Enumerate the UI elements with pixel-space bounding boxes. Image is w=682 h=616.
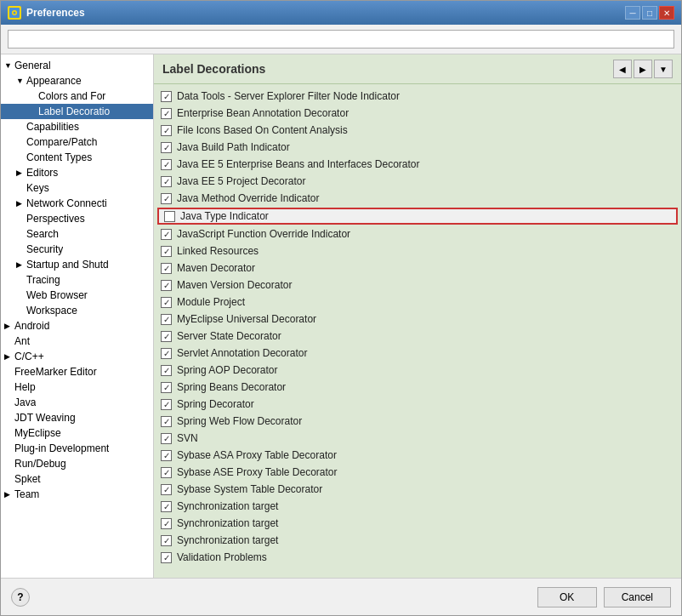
list-item-spring-beans[interactable]: Spring Beans Decorator	[154, 379, 681, 396]
sidebar-item-startup-shutd[interactable]: ▶Startup and Shutd	[1, 257, 153, 272]
checkbox-spring-decorator[interactable]	[161, 399, 172, 410]
checkbox-enterprise-bean[interactable]	[161, 108, 172, 119]
checkbox-sybase-asa[interactable]	[161, 450, 172, 461]
sidebar-item-keys[interactable]: Keys	[1, 180, 153, 196]
sidebar-item-general[interactable]: ▼General	[1, 58, 153, 73]
help-button[interactable]: ?	[11, 588, 30, 607]
checkbox-java-ee5-beans[interactable]	[161, 159, 172, 170]
list-item-java-type-indicator[interactable]: Java Type Indicator	[157, 208, 678, 225]
checkbox-maven-decorator[interactable]	[161, 263, 172, 274]
checkbox-validation-problems[interactable]	[161, 552, 172, 563]
sidebar-item-run-debug[interactable]: Run/Debug	[1, 456, 153, 471]
list-item-java-ee5-project[interactable]: Java EE 5 Project Decorator	[154, 173, 681, 190]
back-button[interactable]: ◀	[613, 60, 632, 78]
list-item-sybase-system[interactable]: Sybase System Table Decorator	[154, 481, 681, 498]
list-item-file-icons[interactable]: File Icons Based On Content Analysis	[154, 122, 681, 139]
list-item-java-method-override[interactable]: Java Method Override Indicator	[154, 190, 681, 207]
sidebar-item-plugin-development[interactable]: Plug-in Development	[1, 441, 153, 456]
sidebar-item-help[interactable]: Help	[1, 379, 153, 395]
sidebar-item-label: Startup and Shutd	[26, 259, 109, 271]
search-input[interactable]	[8, 30, 674, 48]
sidebar-item-appearance[interactable]: ▼Appearance	[1, 73, 153, 88]
sidebar-item-c-cpp[interactable]: ▶C/C++	[1, 349, 153, 364]
checkbox-sybase-ase[interactable]	[161, 467, 172, 478]
checkbox-java-type-indicator[interactable]	[164, 211, 175, 222]
sidebar-item-capabilities[interactable]: Capabilities	[1, 119, 153, 134]
sidebar-item-search[interactable]: Search	[1, 226, 153, 242]
sidebar-item-network-connecti[interactable]: ▶Network Connecti	[1, 196, 153, 211]
maximize-button[interactable]: □	[642, 6, 657, 20]
sidebar-item-jdt-weaving[interactable]: JDT Weaving	[1, 410, 153, 425]
sidebar-item-spket[interactable]: Spket	[1, 471, 153, 487]
checkbox-sync-target-2[interactable]	[161, 518, 172, 529]
sidebar-item-content-types[interactable]: Content Types	[1, 150, 153, 165]
list-item-spring-decorator[interactable]: Spring Decorator	[154, 396, 681, 413]
list-item-module-project[interactable]: Module Project	[154, 294, 681, 311]
checkbox-java-ee5-project[interactable]	[161, 176, 172, 187]
sidebar-item-web-browser[interactable]: Web Browser	[1, 288, 153, 303]
cancel-button[interactable]: Cancel	[604, 587, 671, 607]
checkbox-javascript-function[interactable]	[161, 229, 172, 240]
minimize-button[interactable]: ─	[625, 6, 640, 20]
list-item-sybase-asa[interactable]: Sybase ASA Proxy Table Decorator	[154, 447, 681, 464]
sidebar-item-android[interactable]: ▶Android	[1, 318, 153, 334]
checkbox-java-build-path[interactable]	[161, 142, 172, 153]
list-item-java-ee5-beans[interactable]: Java EE 5 Enterprise Beans and Interface…	[154, 156, 681, 173]
checkbox-spring-aop[interactable]	[161, 365, 172, 376]
checkbox-maven-version[interactable]	[161, 280, 172, 291]
checkbox-java-method-override[interactable]	[161, 193, 172, 204]
checkbox-sync-target-3[interactable]	[161, 535, 172, 546]
sidebar-item-ant[interactable]: Ant	[1, 334, 153, 349]
list-item-svn[interactable]: SVN	[154, 430, 681, 447]
list-item-myeclipse-universal[interactable]: MyEclipse Universal Decorator	[154, 311, 681, 328]
sidebar-item-workspace[interactable]: Workspace	[1, 303, 153, 318]
dropdown-button[interactable]: ▼	[654, 60, 673, 78]
sidebar-item-freemarker-editor[interactable]: FreeMarker Editor	[1, 364, 153, 379]
checkbox-data-tools[interactable]	[161, 91, 172, 102]
checkbox-file-icons[interactable]	[161, 125, 172, 136]
checkbox-sybase-system[interactable]	[161, 484, 172, 495]
checkbox-svn[interactable]	[161, 433, 172, 444]
sidebar-item-team[interactable]: ▶Team	[1, 487, 153, 502]
bottom-bar: ? OK Cancel	[1, 578, 681, 615]
sidebar-item-tracing[interactable]: Tracing	[1, 272, 153, 288]
sidebar-item-colors-and-for[interactable]: Colors and For	[1, 88, 153, 104]
sidebar-item-compare-patch[interactable]: Compare/Patch	[1, 134, 153, 150]
sidebar-item-java[interactable]: Java	[1, 395, 153, 410]
list-item-sync-target-1[interactable]: Synchronization target	[154, 498, 681, 515]
list-item-sync-target-3[interactable]: Synchronization target	[154, 532, 681, 549]
list-item-maven-version[interactable]: Maven Version Decorator	[154, 277, 681, 294]
list-item-javascript-function[interactable]: JavaScript Function Override Indicator	[154, 225, 681, 242]
sidebar-item-label-decorations[interactable]: Label Decoratio	[1, 104, 153, 119]
sidebar-item-perspectives[interactable]: Perspectives	[1, 211, 153, 226]
item-label-spring-beans: Spring Beans Decorator	[177, 381, 286, 393]
item-label-sybase-ase: Sybase ASE Proxy Table Decorator	[177, 466, 338, 478]
checkbox-sync-target-1[interactable]	[161, 501, 172, 512]
sidebar-item-myeclipse[interactable]: MyEclipse	[1, 425, 153, 441]
checkbox-servlet-annotation[interactable]	[161, 348, 172, 359]
sidebar-item-security[interactable]: Security	[1, 242, 153, 257]
checkbox-server-state[interactable]	[161, 331, 172, 342]
sidebar-item-label: Content Types	[26, 151, 92, 163]
list-item-validation-problems[interactable]: Validation Problems	[154, 549, 681, 566]
sidebar-item-editors[interactable]: ▶Editors	[1, 165, 153, 180]
checkbox-linked-resources[interactable]	[161, 246, 172, 257]
list-item-server-state[interactable]: Server State Decorator	[154, 328, 681, 345]
close-button[interactable]: ✕	[659, 6, 674, 20]
list-item-java-build-path[interactable]: Java Build Path Indicator	[154, 139, 681, 156]
list-item-data-tools[interactable]: Data Tools - Server Explorer Filter Node…	[154, 88, 681, 105]
list-item-spring-web-flow[interactable]: Spring Web Flow Decorator	[154, 413, 681, 430]
list-item-maven-decorator[interactable]: Maven Decorator	[154, 260, 681, 277]
checkbox-myeclipse-universal[interactable]	[161, 314, 172, 325]
checkbox-spring-beans[interactable]	[161, 382, 172, 393]
ok-button[interactable]: OK	[537, 587, 597, 607]
list-item-enterprise-bean[interactable]: Enterprise Bean Annotation Decorator	[154, 105, 681, 122]
checkbox-module-project[interactable]	[161, 297, 172, 308]
list-item-spring-aop[interactable]: Spring AOP Decorator	[154, 362, 681, 379]
checkbox-spring-web-flow[interactable]	[161, 416, 172, 427]
list-item-sybase-ase[interactable]: Sybase ASE Proxy Table Decorator	[154, 464, 681, 481]
list-item-linked-resources[interactable]: Linked Resources	[154, 242, 681, 260]
forward-button[interactable]: ▶	[634, 60, 652, 78]
list-item-servlet-annotation[interactable]: Servlet Annotation Decorator	[154, 345, 681, 362]
list-item-sync-target-2[interactable]: Synchronization target	[154, 515, 681, 532]
